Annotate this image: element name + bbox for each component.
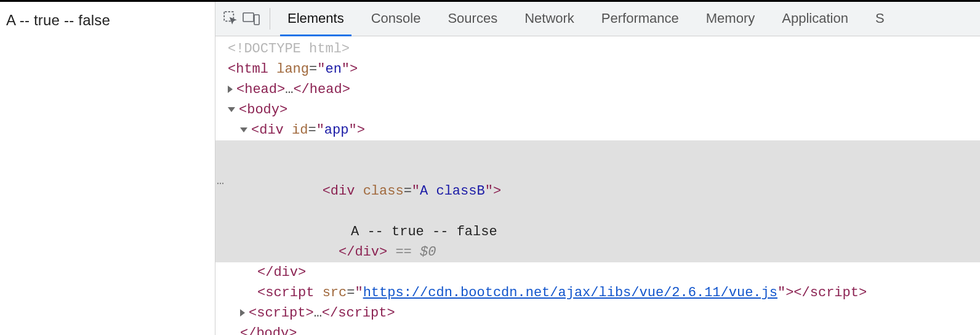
svg-rect-2	[254, 15, 259, 25]
devtools-tabs: Elements Console Sources Network Perform…	[274, 2, 898, 36]
dom-div-app-close[interactable]: </div>	[215, 262, 980, 283]
inspect-element-icon[interactable]	[223, 10, 239, 26]
tab-memory[interactable]: Memory	[693, 2, 768, 36]
tab-application[interactable]: Application	[768, 2, 862, 36]
dom-body-close[interactable]: </body>	[215, 323, 980, 335]
chevron-down-icon[interactable]	[240, 127, 247, 132]
chevron-down-icon[interactable]	[228, 107, 235, 112]
devtools-header: Elements Console Sources Network Perform…	[215, 2, 980, 36]
dom-selected-open[interactable]: … <div class="A classB">	[215, 140, 980, 222]
tab-security-truncated[interactable]: S	[862, 2, 898, 36]
tab-sources[interactable]: Sources	[434, 2, 511, 36]
tab-console[interactable]: Console	[358, 2, 435, 36]
dom-html-open[interactable]: <html lang="en">	[215, 59, 980, 79]
tab-network[interactable]: Network	[511, 2, 588, 36]
dom-div-app-open[interactable]: <div id="app">	[215, 120, 980, 140]
dom-selected-close[interactable]: </div> == $0	[215, 242, 980, 262]
dom-head-collapsed[interactable]: <head>…</head>	[215, 79, 980, 100]
rendered-page-pane: A -- true -- false	[0, 2, 215, 335]
devtools-header-icons	[219, 2, 266, 36]
dom-script-src[interactable]: <script src="https://cdn.bootcdn.net/aja…	[215, 283, 980, 303]
svg-rect-1	[243, 13, 254, 22]
dom-selected-text[interactable]: A -- true -- false	[215, 222, 980, 242]
app-window: A -- true -- false	[0, 0, 980, 335]
script-src-link[interactable]: https://cdn.bootcdn.net/ajax/libs/vue/2.…	[363, 285, 777, 301]
tab-elements[interactable]: Elements	[274, 2, 358, 36]
dom-body-open[interactable]: <body>	[215, 100, 980, 120]
dom-doctype[interactable]: <!DOCTYPE html>	[215, 39, 980, 59]
chevron-right-icon[interactable]	[240, 309, 245, 317]
dom-script-collapsed[interactable]: <script>…</script>	[215, 303, 980, 323]
chevron-right-icon[interactable]	[228, 86, 233, 93]
vertical-separator	[270, 8, 270, 30]
rendered-text: A -- true -- false	[6, 12, 210, 29]
devtools-panel: Elements Console Sources Network Perform…	[215, 2, 980, 335]
tab-performance[interactable]: Performance	[588, 2, 693, 36]
ellipsis-icon[interactable]: …	[217, 140, 224, 222]
device-toolbar-icon[interactable]	[243, 11, 260, 26]
elements-dom-tree[interactable]: <!DOCTYPE html> <html lang="en"> <head>……	[215, 36, 980, 335]
